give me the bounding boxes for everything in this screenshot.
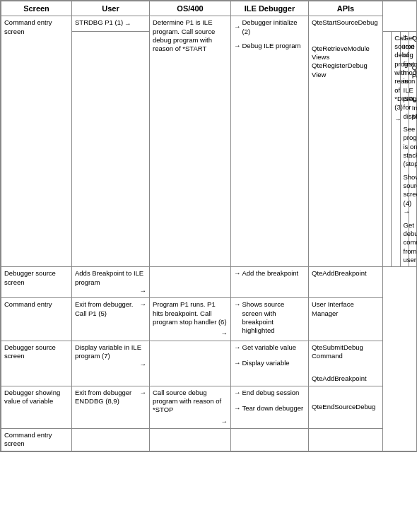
ile-text-stack: See if program is on stack (stopped) xyxy=(404,125,418,169)
arrow-right-icon: → xyxy=(140,287,147,295)
arrow-right-icon: → xyxy=(234,343,241,352)
apis-text-submit: QteSubmitDebug Command xyxy=(312,343,363,360)
ile-text-endsession: End debug session xyxy=(242,389,300,397)
os400-cell: Call source debug program with reason of… xyxy=(150,386,231,428)
apis-text-viewtext: QteRetrieveViewText xyxy=(412,34,417,42)
user-text: Adds Breakpoint to ILE program xyxy=(75,269,143,285)
user-cell xyxy=(383,31,392,267)
screen-cell xyxy=(72,31,150,267)
ile-cell xyxy=(231,429,309,451)
table-row: Command entry Exit from debugger. Call P… xyxy=(1,298,418,341)
os400-cell: Program P1 runs. P1 hits breakpoint. Cal… xyxy=(150,298,231,341)
ile-cell: → Add the breakpoint xyxy=(231,267,309,298)
os400-text: Program P1 runs. P1 hits breakpoint. Cal… xyxy=(153,300,227,326)
ile-text-getvar: Get variable value xyxy=(242,343,297,352)
col-apis-header: APIs xyxy=(309,1,383,16)
ile-text-teardown: Tear down debugger xyxy=(242,404,304,413)
arrow-right-icon: → xyxy=(234,359,241,367)
screen-label: Command entry screen xyxy=(4,431,52,447)
screen-label: Debugger showing value of variable xyxy=(4,389,60,405)
arrow-right-icon: → xyxy=(234,23,241,31)
user-cell xyxy=(72,429,150,451)
screen-cell: Debugger source screen xyxy=(1,341,72,386)
table-row: Debugger showing value of variable Exit … xyxy=(1,386,418,428)
apis-cell: User Interface Manager xyxy=(309,298,383,341)
apis-cell: QteSubmitDebug Command QteAddBreakpoint xyxy=(309,341,383,386)
apis-text-stopped: QteRetrieveStopped Position xyxy=(412,64,417,80)
user-cell: STRDBG P1 (1) → xyxy=(72,16,150,31)
apis-text-end: QteEndSourceDebug xyxy=(312,403,375,410)
screen-cell: Command entry screen xyxy=(1,429,72,451)
arrow-right-icon: → xyxy=(234,42,241,50)
user-text: STRDBG P1 (1) xyxy=(75,18,123,27)
user-cell: Exit from debugger ENDDBG (8,9) → xyxy=(72,386,150,428)
apis-text-uim2: User Interface Manager xyxy=(312,300,354,317)
arrow-right-icon: → xyxy=(140,360,147,368)
user-cell: Exit from debugger. Call P1 (5) → xyxy=(72,298,150,341)
arrow-right-icon: → xyxy=(221,418,228,425)
arrow-right-icon: → xyxy=(234,269,241,278)
col-os400-header: OS/400 xyxy=(150,1,231,16)
os400-cell: Call source debug program with reason of… xyxy=(392,31,400,267)
screen-cell: Command entry screen xyxy=(1,16,72,267)
screen-cell: Command entry xyxy=(1,298,72,341)
ile-text-debug: Debug ILE program xyxy=(242,42,301,50)
screen-cell: Debugger showing value of variable xyxy=(1,386,72,428)
apis-cell: QteAddBreakpoint xyxy=(309,267,383,298)
arrow-right-icon: → xyxy=(404,208,411,215)
ile-cell: → End debug session → Tear down debugger xyxy=(231,386,309,428)
diagram: Screen User OS/400 ILE Debugger APIs Com… xyxy=(0,0,417,452)
apis-text-module: QteRetrieveModuleViewsQteRegisterDebugVi… xyxy=(312,45,370,78)
os400-cell xyxy=(150,429,231,451)
user-cell: Adds Breakpoint to ILE program → xyxy=(72,267,150,298)
user-text: Display variable in ILE program (7) xyxy=(75,343,141,360)
user-cell: Display variable in ILE program (7) → xyxy=(72,341,150,386)
arrow-right-icon: → xyxy=(221,329,228,337)
screen-cell: Debugger source screen xyxy=(1,267,72,298)
table-row: Debugger source screen Display variable … xyxy=(1,341,418,386)
flow-table: Screen User OS/400 ILE Debugger APIs Com… xyxy=(1,1,417,451)
ile-text-bpshow: Shows source screen with breakpoint high… xyxy=(242,300,306,335)
table-row: Command entry screen STRDBG P1 (1) → Det… xyxy=(1,16,418,31)
arrow-right-icon: → xyxy=(124,20,131,28)
screen-label: Debugger source screen xyxy=(4,343,56,360)
ile-text-dispvar: Display variable xyxy=(242,359,290,367)
arrow-right-icon: → xyxy=(140,389,147,397)
arrow-right-icon: → xyxy=(394,115,401,123)
col-screen-header: Screen xyxy=(1,1,72,16)
arrow-right-icon: → xyxy=(140,300,147,309)
apis-text-uim: User Interface Manager xyxy=(412,95,417,121)
user-text: Exit from debugger ENDDBG (8,9) xyxy=(75,389,139,406)
arrow-right-icon: → xyxy=(234,300,241,309)
apis-text-bp2: QteAddBreakpoint xyxy=(312,374,367,382)
col-ile-header: ILE Debugger xyxy=(231,1,309,16)
screen-label: Debugger source screen xyxy=(4,269,56,285)
os400-text: Call source debug program with reason of… xyxy=(153,389,221,414)
header-row: Screen User OS/400 ILE Debugger APIs xyxy=(1,1,418,16)
user-text: Exit from debugger. Call P1 (5) xyxy=(75,300,139,318)
col-user-header: User xyxy=(72,1,150,16)
apis-text-start: QteStartSourceDebug xyxy=(312,18,377,26)
ile-text-init: Debugger initialize (2) xyxy=(242,18,306,36)
os400-cell: Determine P1 is ILE program. Call source… xyxy=(150,16,231,267)
arrow-right-icon: → xyxy=(234,404,241,413)
apis-cell: QteStartSourceDebug QteRetrieveModuleVie… xyxy=(309,16,383,267)
table-row: Debugger source screen Adds Breakpoint t… xyxy=(1,267,418,298)
os400-text: Determine P1 is ILE program. Call source… xyxy=(153,18,215,52)
ile-cell: → Debugger initialize (2) → Debug ILE pr… xyxy=(231,16,309,267)
arrow-right-icon: → xyxy=(234,389,241,397)
os400-cell xyxy=(150,267,231,298)
ile-cell: → Get variable value → Display variable xyxy=(231,341,309,386)
ile-cell: → Shows source screen with breakpoint hi… xyxy=(231,298,309,341)
screen-label: Command entry screen xyxy=(4,18,52,35)
table-row: Command entry screen xyxy=(1,429,418,451)
apis-cell: QteEndSourceDebug xyxy=(309,386,383,428)
apis-text-addbp: QteAddBreakpoint xyxy=(312,269,367,277)
apis-cell xyxy=(309,429,383,451)
ile-text-addbp: Add the breakpoint xyxy=(242,269,299,278)
os400-cell xyxy=(150,341,231,386)
screen-label: Command entry xyxy=(4,300,52,308)
